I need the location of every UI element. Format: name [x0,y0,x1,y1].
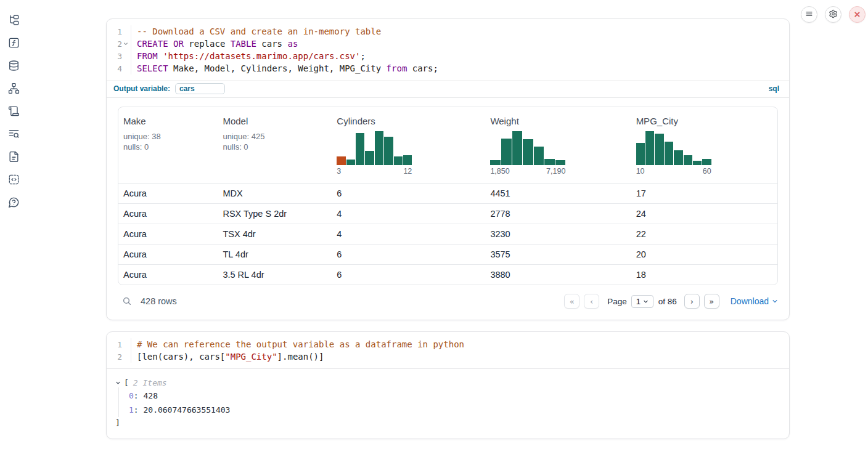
python-code-editor[interactable]: 12 # We can reference the output variabl… [107,332,789,368]
function-square-icon[interactable] [7,36,20,49]
list-search-icon[interactable] [7,127,20,140]
previous-page-button[interactable]: ‹ [584,294,599,309]
tree-entry[interactable]: 0: 428 [129,391,780,400]
histogram-bar[interactable] [636,143,645,165]
column-header[interactable]: Modelunique: 425nulls: 0 [218,116,332,176]
column-header[interactable]: Cylinders312 [332,116,485,176]
table-cell: Acura [118,229,218,239]
column-stats: unique: 425nulls: 0 [223,132,327,152]
help-bubble-icon[interactable] [7,196,20,208]
axis-max-label: 7,190 [546,167,565,176]
line-number-gutter: 12 [107,338,131,363]
column-header[interactable]: MPG_City1060 [631,116,777,176]
row-count: 428 rows [141,296,177,306]
output-variable-input[interactable] [175,83,225,94]
table-cell: 3880 [485,270,631,280]
table-row[interactable]: AcuraRSX Type S 2dr4277824 [118,203,777,224]
code-line: [len(cars), cars["MPG_City"].mean()] [137,350,789,363]
chevrons-left-icon: « [570,297,575,306]
table-row[interactable]: AcuraTSX 4dr4323022 [118,224,777,244]
column-name: Weight [490,116,626,126]
code-line: CREATE OR replace TABLE cars as [137,38,789,50]
dependency-graph-icon[interactable] [7,82,20,94]
sql-code-editor[interactable]: 1234 -- Download a CSV and create an in-… [107,19,789,80]
table-row[interactable]: Acura3.5 RL 4dr6388018 [118,264,777,285]
tree-root[interactable]: [ 2 Items [115,378,780,387]
axis-min-label: 1,850 [490,167,509,176]
table-cell: 3230 [485,229,631,239]
column-stat: unique: 38 [123,132,213,142]
histogram-bar[interactable] [490,160,501,165]
histogram-bar[interactable] [365,151,374,165]
download-button[interactable]: Download [731,296,778,306]
code-token: Make, Model, Cylinders, Weight, MPG_City [168,63,387,73]
histogram-bar[interactable] [674,150,682,165]
code-token: from [387,63,407,73]
line-number: 2 [117,352,122,362]
scroll-icon[interactable] [7,105,20,117]
table-cell: MDX [218,188,332,198]
file-tree-icon[interactable] [7,14,20,26]
table-cell: Acura [118,249,218,259]
column-header[interactable]: Makeunique: 38nulls: 0 [118,116,218,176]
column-header[interactable]: Weight1,8507,190 [485,116,631,176]
histogram-bar[interactable] [702,159,711,165]
histogram-bars [490,131,565,165]
histogram-bar[interactable] [403,155,412,165]
table-row[interactable]: AcuraTL 4dr6357520 [118,244,777,264]
column-stat: nulls: 0 [223,142,327,153]
document-icon[interactable] [7,150,20,163]
settings-button[interactable] [825,6,841,23]
code-token [158,51,163,61]
code-token: 'https://datasets.marimo.app/cars.csv' [163,51,360,61]
histogram-bar[interactable] [544,159,555,165]
histogram-bar[interactable] [384,137,393,165]
histogram-bar[interactable] [394,156,403,165]
histogram-bar[interactable] [501,139,512,165]
histogram-bar[interactable] [665,142,673,165]
histogram-bar[interactable] [375,131,383,165]
column-stat: unique: 425 [223,132,327,142]
database-icon[interactable] [7,59,20,71]
histogram-bar[interactable] [645,131,654,165]
first-page-button[interactable]: « [564,294,579,309]
page-label: Page [607,297,627,306]
tree-entry-value: : 428 [134,391,158,400]
items-count-label: 2 Items [133,378,167,387]
fold-chevron-icon[interactable] [122,40,129,47]
code-token: cars; [407,63,438,73]
histogram-bar[interactable] [512,131,523,165]
line-number-gutter: 1234 [107,25,131,75]
page-select[interactable]: 1 [631,295,653,308]
histogram-bar[interactable] [693,161,702,165]
close-button[interactable]: × [849,6,866,23]
tree-entry[interactable]: 1: 20.060747663551403 [129,405,780,415]
histogram-bar[interactable] [555,160,566,165]
code-snippet-icon[interactable] [7,173,20,185]
gutter-line: 4 [107,62,131,75]
histogram-bar[interactable] [337,156,345,165]
language-badge[interactable]: sql [769,84,779,93]
histogram-bar[interactable] [346,160,355,165]
code-token: TABLE [231,39,256,49]
code-token: "MPG_City" [225,352,277,362]
code-token: -- Download a CSV and create an in-memor… [137,26,381,36]
histogram-bar[interactable] [684,155,692,165]
code-token: cars [256,39,288,49]
next-page-button[interactable]: › [684,294,700,309]
menu-button[interactable] [801,6,817,23]
tree-entries: 0: 4281: 20.060747663551403 [118,387,780,417]
table-cell: RSX Type S 2dr [218,209,332,219]
code-lines: # We can reference the output variable a… [131,338,789,363]
search-icon[interactable] [121,296,133,307]
table-cell: 3.5 RL 4dr [218,270,332,280]
histogram-bar[interactable] [523,139,533,165]
histogram-bar[interactable] [356,133,364,165]
last-page-button[interactable]: » [704,294,719,309]
table-row[interactable]: AcuraMDX6445117 [118,183,777,203]
column-histogram: 1060 [636,131,772,176]
fold-spacer [122,353,129,360]
histogram-bar[interactable] [655,134,663,165]
code-token: FROM [137,51,158,61]
histogram-bar[interactable] [534,147,544,165]
